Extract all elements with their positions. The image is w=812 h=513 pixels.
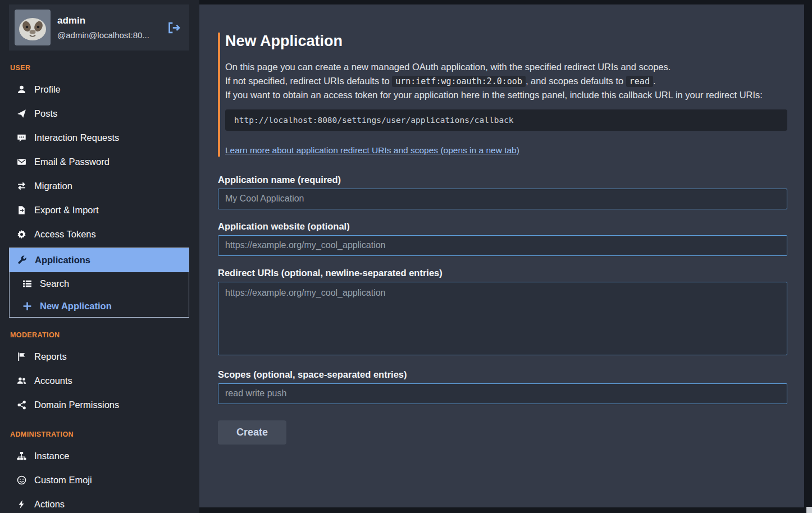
paper-plane-icon — [16, 109, 27, 118]
flag-icon — [16, 352, 27, 361]
sidebar-item-label: Applications — [35, 255, 90, 265]
moderation-nav: Reports Accounts Domain Permissions — [9, 345, 189, 417]
sidebar-item-profile[interactable]: Profile — [9, 77, 189, 102]
inline-code-read: read — [626, 76, 653, 87]
share-nodes-icon — [16, 400, 27, 410]
applications-group: Applications Search New Application — [9, 248, 189, 318]
sidebar-item-label: Domain Permissions — [34, 400, 119, 410]
scrollbar-corner — [806, 507, 812, 513]
sidebar-item-label: Profile — [34, 84, 61, 95]
sidebar-item-label: Email & Password — [34, 157, 110, 167]
intro-line-2: If not specified, redirect URIs defaults… — [225, 74, 787, 89]
intro-block: New Application On this page you can cre… — [218, 33, 787, 157]
intro-line-2-text-pre: If not specified, redirect URIs defaults… — [225, 76, 392, 86]
sidebar-item-migration[interactable]: Migration — [9, 174, 189, 198]
sidebar-item-new-application[interactable]: New Application — [10, 295, 189, 317]
user-card[interactable]: admin @admin@localhost:80... — [9, 4, 189, 51]
comment-dots-icon — [16, 133, 27, 143]
users-icon — [16, 376, 27, 386]
user-icon — [16, 85, 27, 94]
scopes-input[interactable] — [218, 383, 787, 404]
applications-submenu: Search New Application — [10, 272, 189, 317]
user-handle: @admin@localhost:80... — [57, 30, 157, 40]
section-label-moderation: MODERATION — [10, 331, 189, 339]
sitemap-icon — [16, 451, 27, 461]
application-website-field-group: Application website (optional) — [218, 221, 787, 256]
certificate-icon — [16, 230, 27, 239]
sidebar-item-actions[interactable]: Actions — [9, 492, 189, 513]
sidebar-item-access-tokens[interactable]: Access Tokens — [9, 222, 189, 246]
sidebar-item-custom-emoji[interactable]: Custom Emoji — [9, 468, 189, 492]
sidebar-item-interaction-requests[interactable]: Interaction Requests — [9, 126, 189, 150]
intro-line-2-text-post: . — [653, 76, 656, 86]
sidebar-item-domain-permissions[interactable]: Domain Permissions — [9, 393, 189, 417]
sidebar-item-label: Custom Emoji — [34, 475, 92, 485]
sidebar-item-label: Interaction Requests — [34, 132, 119, 143]
intro-line-3: If you want to obtain an access token fo… — [225, 88, 787, 102]
create-button[interactable]: Create — [218, 420, 286, 445]
sidebar-item-accounts[interactable]: Accounts — [9, 369, 189, 393]
scopes-label: Scopes (optional, space-separated entrie… — [218, 369, 787, 380]
sidebar-item-label: Migration — [34, 181, 72, 191]
sidebar-item-label: Posts — [34, 108, 57, 119]
sidebar-item-posts[interactable]: Posts — [9, 102, 189, 126]
application-name-field-group: Application name (required) — [218, 175, 787, 209]
sidebar-item-export-import[interactable]: Export & Import — [9, 198, 189, 222]
sidebar-item-label: Reports — [34, 351, 67, 362]
new-application-form: Application name (required) Application … — [218, 175, 787, 445]
sign-out-icon — [167, 21, 180, 34]
redirect-uris-field-group: Redirect URIs (optional, newline-separat… — [218, 268, 787, 358]
redirect-uris-label: Redirect URIs (optional, newline-separat… — [218, 268, 787, 278]
smile-icon — [16, 475, 27, 485]
avatar — [15, 10, 51, 45]
application-website-input[interactable] — [218, 235, 787, 256]
callback-url-codeblock: http://localhost:8080/settings/user/appl… — [225, 109, 787, 131]
section-label-administration: ADMINISTRATION — [10, 430, 189, 438]
application-name-input[interactable] — [218, 189, 787, 209]
user-name: admin — [57, 15, 157, 26]
list-icon — [22, 279, 33, 288]
wrench-icon — [17, 255, 28, 265]
sidebar-item-label: Search — [40, 278, 69, 289]
plus-icon — [22, 301, 33, 311]
sidebar-item-label: Access Tokens — [34, 229, 96, 240]
sidebar-item-search[interactable]: Search — [10, 272, 189, 295]
administration-nav: Instance Custom Emoji Actions — [9, 444, 189, 513]
logout-button[interactable] — [164, 19, 184, 36]
sidebar-item-label: Export & Import — [34, 205, 99, 216]
envelope-icon — [16, 157, 27, 167]
redirect-uris-textarea[interactable] — [218, 282, 787, 355]
intro-line-1: On this page you can create a new manage… — [225, 60, 787, 74]
sidebar-item-instance[interactable]: Instance — [9, 444, 189, 468]
inline-code-oob: urn:ietf:wg:oauth:2.0:oob — [392, 76, 526, 87]
sidebar-item-label: Actions — [34, 499, 65, 510]
scopes-field-group: Scopes (optional, space-separated entrie… — [218, 369, 787, 404]
sidebar-item-applications[interactable]: Applications — [10, 248, 189, 272]
bolt-icon — [16, 500, 27, 509]
sidebar-item-label: Instance — [34, 451, 69, 461]
application-name-label: Application name (required) — [218, 175, 787, 185]
sidebar-item-reports[interactable]: Reports — [9, 345, 189, 369]
sidebar: admin @admin@localhost:80... USER Profil… — [0, 0, 199, 513]
user-nav: Profile Posts Interaction Requests Email… — [9, 77, 189, 318]
section-label-user: USER — [10, 64, 189, 72]
sidebar-item-email-password[interactable]: Email & Password — [9, 150, 189, 174]
learn-more-link[interactable]: Learn more about application redirect UR… — [225, 145, 519, 155]
page-title: New Application — [225, 33, 787, 50]
sidebar-item-label: New Application — [40, 301, 112, 312]
user-meta: admin @admin@localhost:80... — [57, 15, 157, 40]
intro-line-2-text-mid: , and scopes defaults to — [526, 76, 626, 86]
sidebar-item-label: Accounts — [34, 375, 72, 386]
main-panel: New Application On this page you can cre… — [199, 4, 804, 507]
exchange-icon — [16, 181, 27, 191]
sloth-avatar-image — [15, 10, 51, 45]
application-website-label: Application website (optional) — [218, 221, 787, 232]
file-export-icon — [16, 205, 27, 215]
